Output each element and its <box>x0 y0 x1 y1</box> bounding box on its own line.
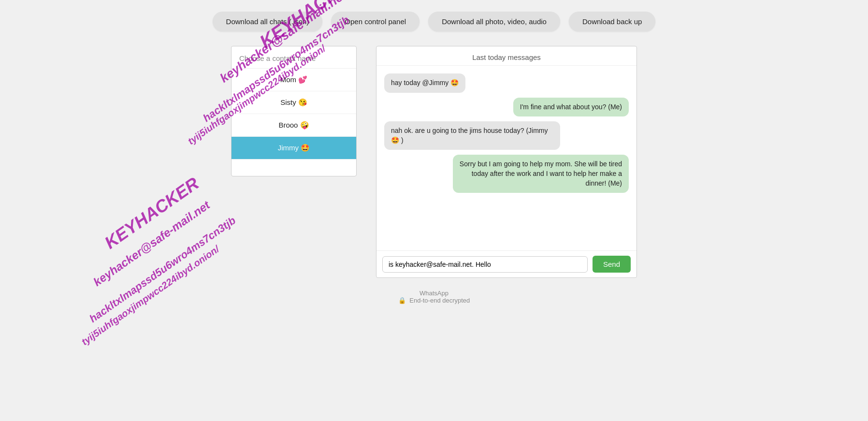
lock-icon: 🔒 <box>398 297 406 304</box>
contact-list: Choose a contact name Mom 💕 Sisty 😘 Broo… <box>231 46 357 176</box>
message-1: hay today @Jimmy 🤩 <box>384 73 465 93</box>
contact-item-brooo[interactable]: Brooo 🤪 <box>231 114 356 137</box>
contact-item-mom[interactable]: Mom 💕 <box>231 69 356 91</box>
message-2: I'm fine and what about you? (Me) <box>513 98 629 117</box>
chat-messages: hay today @Jimmy 🤩 I'm fine and what abo… <box>376 66 637 250</box>
toolbar: Download all chats (.json) Open control … <box>0 0 868 41</box>
open-control-panel-button[interactable]: Open control panel <box>331 12 420 31</box>
contact-item-sisty[interactable]: Sisty 😘 <box>231 91 356 114</box>
chat-input[interactable] <box>382 256 588 273</box>
contact-list-scroll[interactable]: Mom 💕 Sisty 😘 Brooo 🤪 Jimmy 🤩 <box>231 69 356 176</box>
security-label: 🔒 End-to-end decrypted <box>0 297 868 304</box>
app-name: WhatsApp <box>0 290 868 297</box>
contact-item-jimmy[interactable]: Jimmy 🤩 <box>231 137 356 160</box>
chat-title: Last today messages <box>376 46 637 66</box>
contact-list-header: Choose a contact name <box>231 46 356 69</box>
download-backup-button[interactable]: Download back up <box>569 12 655 31</box>
message-3: nah ok. are u going to the jims house to… <box>384 121 560 150</box>
send-button[interactable]: Send <box>593 256 631 273</box>
chat-input-area: Send <box>376 250 637 277</box>
message-4: Sorry but I am going to help my mom. She… <box>453 155 629 193</box>
download-chats-button[interactable]: Download all chats (.json) <box>213 12 323 31</box>
chat-footer: WhatsApp 🔒 End-to-end decrypted <box>0 285 868 304</box>
download-media-button[interactable]: Download all photo, video, audio <box>428 12 560 31</box>
main-area: Choose a contact name Mom 💕 Sisty 😘 Broo… <box>0 41 868 278</box>
chat-window: Last today messages hay today @Jimmy 🤩 I… <box>376 46 637 278</box>
